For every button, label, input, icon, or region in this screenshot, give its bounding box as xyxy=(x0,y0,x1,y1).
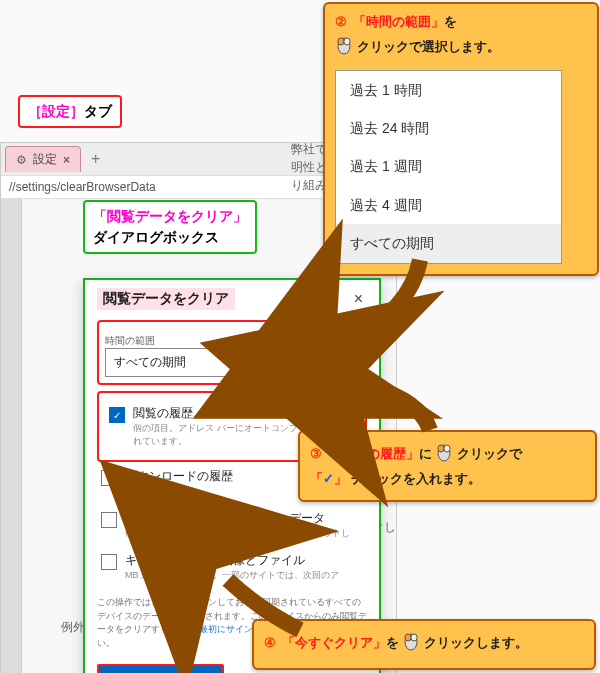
ghost-text: 弊社で xyxy=(291,141,327,158)
svg-rect-5 xyxy=(444,445,450,452)
dialog-title: 閲覧データをクリア xyxy=(97,288,235,310)
svg-rect-2 xyxy=(344,38,350,45)
dropdown-option[interactable]: 過去 1 時間 xyxy=(336,71,561,109)
time-range-label: 時間の範囲 xyxy=(105,334,359,348)
checkbox-label: Cookie およびその他のサイト データ xyxy=(125,510,350,527)
step-number: ③ xyxy=(310,444,322,465)
dropdown-option[interactable]: 過去 24 時間 xyxy=(336,109,561,147)
mouse-icon xyxy=(335,33,353,62)
time-range-select[interactable]: すべての期間 ⌄ xyxy=(105,348,359,377)
mouse-icon xyxy=(435,440,453,469)
checkbox-cache[interactable]: キャッシュされた画像とファイル MB 未満を解放します。一部のサイトでは、次回の… xyxy=(97,546,367,588)
step-number: ④ xyxy=(264,633,276,654)
step-number: ② xyxy=(335,12,347,33)
label-settings-tab: ［設定］タブ xyxy=(18,95,122,128)
checkbox-icon xyxy=(101,554,117,570)
callout-step-3: ③ 「閲覧の履歴」に クリックで 「✓」 チェックを入れます。 xyxy=(298,430,597,502)
checkbox-icon: ✓ xyxy=(109,407,125,423)
callout-step-4: ④ 「今すぐクリア」を クリックします。 xyxy=(252,619,596,670)
clear-now-button[interactable]: 今すぐクリア xyxy=(97,664,224,673)
checkbox-icon xyxy=(101,512,117,528)
dropdown-option[interactable]: 過去 4 週間 xyxy=(336,186,561,224)
checkbox-icon xyxy=(101,470,117,486)
checkbox-sub: MB 未満を解放します。一部のサイトでは、次回のア xyxy=(125,569,339,582)
label-dialog-title: 「閲覧データをクリア」 ダイアログボックス xyxy=(83,200,257,254)
close-icon[interactable]: × xyxy=(350,288,367,310)
svg-rect-1 xyxy=(338,38,344,45)
checkbox-cookies[interactable]: Cookie およびその他のサイト データ 個のサイトから。ほとんどのサイトから… xyxy=(97,504,367,546)
dropdown-option[interactable]: すべての期間 xyxy=(336,224,561,262)
time-range-dropdown: 過去 1 時間 過去 24 時間 過去 1 週間 過去 4 週間 すべての期間 xyxy=(335,70,562,264)
callout-step-2: ② 「時間の範囲」を クリックで選択します。 過去 1 時間 過去 24 時間 … xyxy=(323,2,599,276)
svg-rect-4 xyxy=(438,445,444,452)
checkbox-label: 閲覧の履歴 xyxy=(133,405,355,422)
dropdown-option[interactable]: 過去 1 週間 xyxy=(336,147,561,185)
tab-label: 設定 xyxy=(33,151,57,168)
checkbox-label: ダウンロードの履歴 xyxy=(125,468,233,485)
sidebar: タブ xyxy=(1,199,22,673)
gear-icon: ⚙ xyxy=(16,153,27,167)
ghost-text: 例外 xyxy=(61,619,85,636)
checkbox-sub: 個のサイトから。ほとんどのサイトからサインアウトし xyxy=(125,527,350,540)
new-tab-button[interactable]: + xyxy=(91,150,100,168)
mouse-icon xyxy=(402,629,420,658)
time-range-highlight: 時間の範囲 すべての期間 ⌄ xyxy=(97,320,367,385)
checkbox-label: キャッシュされた画像とファイル xyxy=(125,552,339,569)
tab-settings[interactable]: ⚙ 設定 × xyxy=(5,146,81,172)
time-range-value: すべての期間 xyxy=(114,354,186,371)
close-icon[interactable]: × xyxy=(63,153,70,167)
svg-rect-8 xyxy=(411,634,417,641)
checkbox-sub: 個の項目 xyxy=(125,485,233,498)
svg-rect-7 xyxy=(405,634,411,641)
chevron-down-icon: ⌄ xyxy=(341,356,350,369)
